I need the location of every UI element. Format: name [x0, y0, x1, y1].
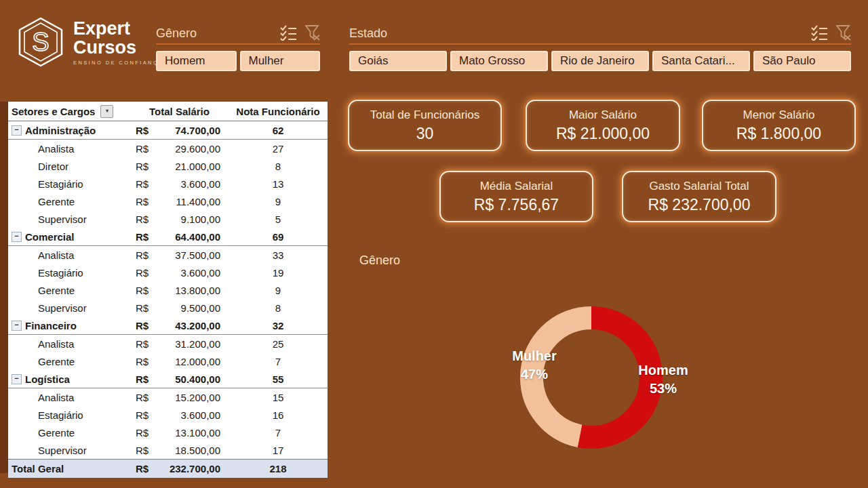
currency: R$: [130, 373, 153, 385]
table-row: Analista R$15.200,00 15: [8, 388, 328, 406]
amount: 3.600,00: [153, 409, 229, 421]
clear-filter-icon[interactable]: [836, 25, 851, 41]
table-row: Gerente R$13.800,00 9: [8, 281, 328, 299]
amount: 37.500,00: [153, 249, 229, 261]
kpi-value: R$ 21.000,00: [556, 125, 650, 143]
logo-line2: Cursos: [73, 38, 163, 57]
slicer-estado-button-mato-grosso[interactable]: Mato Grosso: [450, 51, 548, 71]
nota: 13: [229, 178, 328, 190]
collapse-icon[interactable]: −: [12, 321, 22, 331]
kpi-card-media-salarial: Média Salarial R$ 7.756,67: [439, 171, 593, 222]
nota: 19: [229, 267, 328, 279]
donut-label-pct: 47%: [521, 367, 548, 382]
currency: R$: [130, 356, 153, 367]
table-row: Estagiário R$3.600,00 16: [8, 406, 328, 424]
currency: R$: [130, 196, 153, 207]
slicer-button-label: Mulher: [249, 54, 284, 68]
currency: R$: [130, 392, 153, 403]
currency: R$: [130, 143, 153, 155]
currency: R$: [130, 338, 153, 350]
row-label: Gerente: [38, 427, 75, 439]
currency: R$: [130, 463, 153, 474]
amount: 12.000,00: [153, 356, 229, 367]
nota: 69: [229, 231, 328, 243]
row-label: Analista: [38, 143, 74, 155]
kpi-title: Gasto Salarial Total: [649, 180, 749, 193]
kpi-card-gasto-salarial-total: Gasto Salarial Total R$ 232.700,00: [622, 171, 776, 222]
table-total-row: Total Geral R$232.700,00 218: [8, 459, 328, 478]
collapse-icon[interactable]: −: [12, 125, 22, 136]
slicer-estado-button-santa-catarina[interactable]: Santa Catari...: [652, 51, 750, 71]
amount: 15.200,00: [153, 392, 229, 403]
expert-cursos-logo-icon: S: [16, 16, 65, 68]
table-row: Gerente R$13.100,00 7: [8, 424, 328, 441]
slicer-estado-underline: [349, 43, 851, 45]
slicer-genero-button-mulher[interactable]: Mulher: [240, 51, 321, 71]
currency: R$: [130, 231, 153, 243]
slicer-estado-button-rio-de-janeiro[interactable]: Rio de Janeiro: [551, 51, 649, 71]
dropdown-arrow-icon[interactable]: ▾: [100, 105, 113, 118]
table-row: −Logística R$50.400,00 55: [8, 370, 328, 388]
row-label: Gerente: [38, 285, 75, 296]
amount: 43.200,00: [153, 320, 229, 331]
table-row: Diretor R$21.000,00 8: [8, 157, 328, 175]
row-label: Administração: [25, 125, 96, 136]
slicer-estado-button-goias[interactable]: Goiás: [349, 51, 447, 71]
multi-select-icon[interactable]: [280, 25, 297, 41]
nota: 7: [229, 356, 328, 367]
kpi-title: Total de Funcionários: [370, 108, 480, 122]
slicer-genero-button-homem[interactable]: Homem: [156, 51, 237, 71]
row-label: Gerente: [38, 196, 75, 207]
kpi-title: Média Salarial: [480, 180, 553, 193]
kpi-value: R$ 232.700,00: [648, 196, 751, 214]
row-label: Estagiário: [38, 409, 83, 421]
currency: R$: [130, 285, 153, 296]
slicer-button-label: Goiás: [358, 54, 388, 68]
nota: 8: [229, 302, 328, 314]
row-label: Financeiro: [25, 320, 77, 331]
nota: 27: [229, 143, 328, 155]
row-label: Logística: [25, 373, 70, 385]
amount: 9.100,00: [153, 214, 229, 225]
amount: 232.700,00: [153, 463, 229, 474]
nota: 32: [229, 320, 328, 331]
nota: 25: [229, 338, 328, 350]
kpi-card-menor-salario: Menor Salário R$ 1.800,00: [702, 100, 856, 151]
currency: R$: [130, 427, 153, 439]
nota: 9: [229, 196, 328, 207]
slicer-button-label: Mato Grosso: [459, 54, 525, 68]
donut-chart-title: Gênero: [359, 253, 400, 268]
nota: 16: [229, 409, 328, 421]
slicer-genero-title: Gênero: [156, 26, 197, 41]
slicer-estado-button-sao-paulo[interactable]: São Paulo: [753, 51, 851, 71]
clear-filter-icon[interactable]: [305, 25, 320, 41]
slicer-button-label: Santa Catari...: [661, 54, 735, 68]
table-row: Estagiário R$3.600,00 19: [8, 264, 328, 281]
nota: 15: [229, 392, 328, 403]
table-row: −Comercial R$64.400,00 69: [8, 228, 328, 246]
row-label: Estagiário: [38, 267, 83, 279]
row-label: Analista: [38, 392, 74, 403]
row-label: Supervisor: [38, 214, 87, 225]
row-label: Comercial: [25, 231, 75, 243]
nota: 5: [229, 214, 328, 225]
currency: R$: [130, 409, 153, 421]
pivot-header-total-salario: Total Salário: [130, 106, 229, 117]
row-label: Analista: [38, 249, 74, 261]
multi-select-icon[interactable]: [811, 25, 828, 41]
row-label: Analista: [38, 338, 74, 350]
currency: R$: [130, 178, 153, 190]
slicer-button-label: São Paulo: [762, 54, 815, 68]
amount: 13.800,00: [153, 285, 229, 296]
donut-label-mulher: Mulher 47%: [503, 347, 566, 384]
amount: 21.000,00: [153, 161, 229, 172]
collapse-icon[interactable]: −: [12, 374, 22, 384]
currency: R$: [130, 445, 153, 456]
slicer-estado-title: Estado: [349, 26, 387, 41]
svg-text:S: S: [32, 28, 49, 56]
table-row: Gerente R$11.400,00 9: [8, 192, 328, 210]
pivot-header-nota: Nota Funcionário: [229, 106, 328, 117]
currency: R$: [130, 320, 153, 331]
amount: 18.500,00: [153, 445, 229, 456]
collapse-icon[interactable]: −: [12, 232, 22, 242]
